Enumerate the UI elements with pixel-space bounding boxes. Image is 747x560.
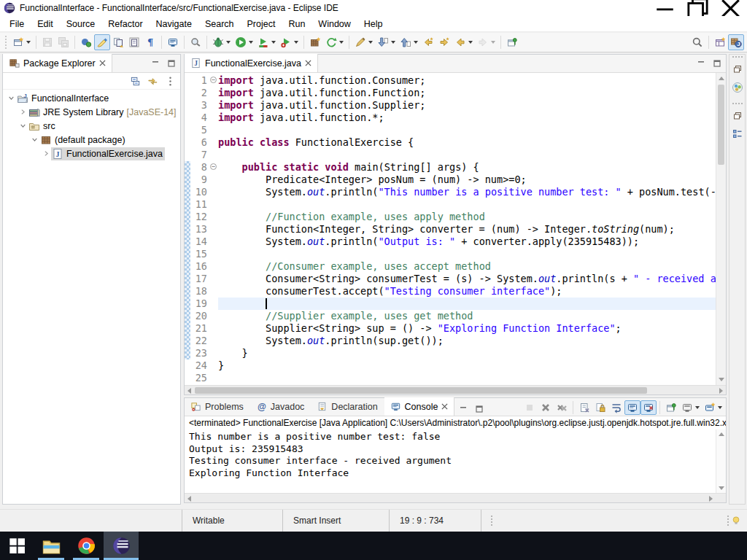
console-output[interactable]: This number is a positive number test: f… bbox=[185, 429, 726, 493]
tree-item-src[interactable]: src bbox=[3, 119, 180, 133]
console-tab-problems[interactable]: Problems bbox=[185, 397, 250, 416]
editor-tab-functionalexercise-java[interactable]: JFunctionalExercise.java bbox=[185, 54, 318, 72]
taskbar-start-button[interactable] bbox=[0, 532, 34, 560]
code-line-3[interactable]: 3import java.util.function.Supplier; bbox=[185, 99, 716, 112]
minimize-view-button[interactable] bbox=[148, 57, 163, 70]
code-line-24[interactable]: 24} bbox=[185, 359, 716, 372]
word-wrap-button[interactable] bbox=[608, 400, 624, 415]
code-line-7[interactable]: 7 bbox=[185, 149, 716, 161]
console-horizontal-scrollbar[interactable] bbox=[185, 493, 726, 502]
new-java-project-button[interactable] bbox=[307, 34, 323, 50]
open-perspective-button[interactable] bbox=[712, 34, 728, 50]
code-line-22[interactable]: 22 System.out.println(sup.get()); bbox=[185, 335, 716, 347]
tree-item-functionalinterface[interactable]: JFunctionalInterface bbox=[3, 91, 180, 105]
code-line-14[interactable]: 14 System.out.println("Output is: " + co… bbox=[185, 236, 716, 248]
show-stderr-button[interactable] bbox=[640, 400, 657, 415]
close-tab-icon[interactable] bbox=[305, 60, 311, 66]
menu-run[interactable]: Run bbox=[282, 18, 311, 31]
fold-collapse-icon[interactable]: − bbox=[210, 163, 217, 170]
remove-all-terminated-button[interactable] bbox=[554, 400, 570, 415]
fold-collapse-icon[interactable]: − bbox=[210, 77, 217, 83]
expander-closed-icon[interactable] bbox=[18, 109, 28, 115]
open-element-button[interactable] bbox=[126, 34, 142, 50]
show-stdout-button[interactable] bbox=[624, 400, 640, 415]
refresh-button[interactable] bbox=[323, 34, 346, 50]
coverage-ball-icon[interactable] bbox=[732, 82, 743, 96]
menu-window[interactable]: Window bbox=[311, 18, 357, 31]
outline-icon[interactable] bbox=[732, 128, 743, 142]
code-line-9[interactable]: 9 Predicate<Integer> posNum = (num) -> n… bbox=[185, 174, 716, 186]
expander-closed-icon[interactable] bbox=[41, 150, 51, 157]
search-button[interactable] bbox=[689, 34, 705, 50]
new-java-element-button[interactable] bbox=[352, 34, 375, 50]
java-perspective-button[interactable]: J bbox=[728, 34, 744, 50]
code-line-21[interactable]: 21 Supplier<String> sup = () -> "Explori… bbox=[185, 322, 716, 335]
console-tab-console[interactable]: Console bbox=[384, 397, 455, 416]
minimize-console-button[interactable] bbox=[456, 402, 471, 416]
dropdown-arrow-icon[interactable] bbox=[391, 41, 395, 44]
dropdown-arrow-icon[interactable] bbox=[491, 41, 495, 44]
code-line-19[interactable]: 19 bbox=[185, 298, 716, 310]
pin-editor-button[interactable] bbox=[504, 34, 520, 50]
dropdown-arrow-icon[interactable] bbox=[271, 41, 276, 44]
expander-open-icon[interactable] bbox=[6, 95, 16, 101]
open-console-button[interactable] bbox=[165, 34, 181, 50]
tree-item--default-package-[interactable]: (default package) bbox=[3, 133, 180, 147]
dropdown-arrow-icon[interactable] bbox=[368, 41, 373, 44]
dropdown-arrow-icon[interactable] bbox=[695, 406, 700, 409]
window-restore-button[interactable] bbox=[681, 0, 714, 16]
console-tab-javadoc[interactable]: @Javadoc bbox=[250, 397, 311, 416]
tree-item-jre-system-library[interactable]: JRE System Library [JavaSE-14] bbox=[3, 105, 180, 119]
code-line-25[interactable]: 25 bbox=[185, 372, 716, 384]
code-line-17[interactable]: 17 Consumer<String> consumerTest = (s) -… bbox=[185, 273, 716, 285]
open-console-dropdown-button[interactable] bbox=[702, 400, 724, 415]
close-view-icon[interactable] bbox=[99, 60, 106, 66]
code-line-23[interactable]: 23 } bbox=[185, 347, 716, 359]
code-line-2[interactable]: 2import java.util.function.Function; bbox=[185, 87, 716, 99]
code-line-8[interactable]: 8− public static void main(String[] args… bbox=[185, 161, 716, 174]
code-line-11[interactable]: 11 bbox=[185, 198, 716, 211]
run-button[interactable] bbox=[233, 34, 255, 50]
menu-project[interactable]: Project bbox=[241, 18, 282, 31]
debug-button[interactable] bbox=[210, 34, 233, 50]
collapse-all-button[interactable] bbox=[128, 74, 142, 88]
remove-launch-button[interactable] bbox=[538, 400, 554, 415]
code-line-5[interactable]: 5 bbox=[185, 124, 716, 136]
taskbar-file-explorer-button[interactable] bbox=[34, 532, 69, 560]
menu-help[interactable]: Help bbox=[357, 18, 390, 31]
taskbar-chrome-button[interactable] bbox=[69, 532, 104, 560]
pin-console-button[interactable] bbox=[663, 400, 679, 415]
display-selected-console-button[interactable] bbox=[679, 400, 702, 415]
code-line-18[interactable]: 18 consumerTest.accept("Testing consumer… bbox=[185, 285, 716, 298]
mark-occurrences-button[interactable] bbox=[94, 34, 110, 50]
previous-annotation-button[interactable] bbox=[398, 34, 420, 50]
menu-refactor[interactable]: Refactor bbox=[101, 18, 149, 31]
coverage-button[interactable] bbox=[255, 34, 278, 50]
tab-package-explorer[interactable]: Package Explorer bbox=[3, 54, 112, 72]
dropdown-arrow-icon[interactable] bbox=[226, 41, 231, 44]
window-close-button[interactable] bbox=[714, 0, 747, 16]
tree-item-content[interactable]: JFunctionalInterface bbox=[16, 92, 111, 105]
maximize-console-button[interactable] bbox=[472, 402, 487, 416]
code-editor[interactable]: 1−import java.util.function.Consumer;2im… bbox=[185, 73, 726, 385]
code-line-6[interactable]: 6public class FunctionalExercise { bbox=[185, 136, 716, 149]
view-menu-button[interactable] bbox=[163, 74, 177, 88]
code-line-10[interactable]: 10 System.out.println("This number is a … bbox=[185, 186, 716, 198]
search-dialog-button[interactable] bbox=[187, 34, 204, 50]
menu-edit[interactable]: Edit bbox=[31, 18, 60, 31]
tree-item-content[interactable]: src bbox=[28, 120, 58, 133]
next-annotation-button[interactable] bbox=[375, 34, 398, 50]
editor-vertical-scrollbar[interactable] bbox=[716, 73, 726, 385]
profile-button[interactable] bbox=[278, 34, 301, 50]
code-line-16[interactable]: 16 //Consumer example, uses accept metho… bbox=[185, 260, 716, 273]
menu-file[interactable]: File bbox=[3, 18, 31, 31]
last-edit-location-button[interactable] bbox=[420, 34, 436, 50]
notifications-bulb-icon[interactable] bbox=[728, 510, 747, 532]
open-task-button[interactable] bbox=[78, 34, 94, 50]
dropdown-arrow-icon[interactable] bbox=[249, 41, 253, 44]
code-line-1[interactable]: 1−import java.util.function.Consumer; bbox=[185, 74, 716, 87]
restore-tray-icon[interactable] bbox=[732, 63, 743, 77]
menu-source[interactable]: Source bbox=[60, 18, 102, 31]
console-tab-declaration[interactable]: Declaration bbox=[311, 397, 384, 416]
dropdown-arrow-icon[interactable] bbox=[718, 406, 722, 409]
